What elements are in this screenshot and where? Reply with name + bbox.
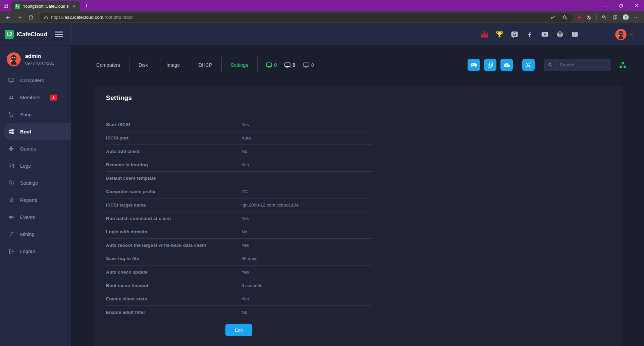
network-sitemap-button[interactable] (619, 61, 627, 69)
edit-button[interactable]: Edit (225, 324, 252, 336)
close-window-button[interactable]: × (629, 0, 644, 11)
tab-image[interactable]: Image (157, 57, 189, 72)
hamburger-menu-icon[interactable] (55, 32, 63, 37)
setting-label: Rename in booting (106, 162, 241, 167)
website-icon[interactable] (555, 30, 564, 39)
password-key-icon[interactable] (549, 13, 557, 22)
chevron-down-icon (629, 32, 634, 37)
sidebar-nav: ComputersMembers1ShopBootGamesLogsSettin… (0, 72, 71, 260)
setting-value: 3 seconds (241, 283, 262, 288)
browser-menu-icon[interactable] (632, 13, 641, 22)
tab-dhcp[interactable]: DHCP (189, 57, 221, 72)
sidebar-item-computers[interactable]: Computers (0, 72, 71, 89)
client-counter-gray[interactable]: 0 (303, 62, 314, 68)
collections-icon[interactable] (610, 13, 619, 22)
setting-value: No (241, 310, 247, 315)
add-favorite-star-icon[interactable] (560, 13, 569, 22)
sidebar-item-label: Members (20, 95, 40, 100)
sidebar-item-label: Reports (20, 197, 37, 203)
setting-label: iSCSI target name (106, 203, 241, 208)
browser-tab[interactable]: i2 Youngzsoft iCafeCloud admin × (11, 1, 80, 11)
setting-value: Yes (241, 216, 249, 221)
setting-value: Yes (241, 243, 249, 248)
setting-label: Enable client stats (106, 296, 241, 301)
tab-actions-icon[interactable] (0, 0, 11, 11)
sidebar-item-logs[interactable]: Logs (0, 157, 71, 174)
extensions-icon[interactable] (585, 13, 593, 22)
trophy-icon[interactable] (495, 30, 504, 39)
search-input[interactable] (556, 62, 610, 67)
setting-label: Auto add client (106, 149, 241, 154)
refresh-icon[interactable] (26, 13, 36, 22)
sidebar-item-label: Logout (20, 249, 35, 254)
setting-value: Yes (241, 296, 249, 301)
tab-settings[interactable]: Settings (222, 57, 258, 72)
favorites-hub-icon[interactable] (600, 13, 608, 22)
settings-row: Auto check updateYes (106, 265, 372, 279)
setting-value: 30 days (241, 256, 257, 261)
client-counter-white[interactable]: 8 (284, 62, 295, 68)
sidebar-item-members[interactable]: Members1 (0, 89, 71, 106)
window-controls: ─ × (598, 0, 644, 11)
setting-label: Run batch command at client (106, 216, 241, 221)
tab-disk[interactable]: Disk (129, 57, 157, 72)
app-logo[interactable]: i2 iCafeCloud (5, 30, 47, 39)
address-bar[interactable]: https://as2.icafecloud.com/root.php#boot (40, 13, 573, 22)
back-icon[interactable] (3, 13, 13, 22)
sidebar-item-games[interactable]: Games (0, 140, 71, 157)
settings-row: iSCSI target nameiqn.2008-12.com.ccboot.… (106, 198, 372, 212)
adblock-shield-icon[interactable]: UO (577, 14, 583, 20)
guide-icon[interactable] (571, 30, 579, 39)
app-shell: admin 097778704381 ComputersMembers1Shop… (0, 46, 644, 346)
events-icon (8, 214, 15, 220)
facebook-icon[interactable] (525, 30, 534, 39)
lock-icon (44, 15, 48, 20)
setting-value: Auto (241, 135, 251, 140)
user-avatar (615, 29, 627, 40)
sidebar-item-boot[interactable]: Boot (3, 123, 71, 140)
setting-value: iqn.2008-12.com.ccboot.104 (241, 203, 299, 208)
sidebar-item-logout[interactable]: Logout (0, 243, 71, 260)
gamepad-button[interactable] (468, 59, 480, 71)
sidebar-item-label: Mining (20, 232, 35, 237)
setting-label: iSCSI port (106, 135, 241, 140)
minimize-button[interactable]: ─ (598, 0, 613, 11)
settings-row: Enable client statsYes (106, 292, 372, 305)
app-header-icons: ★★★ (480, 29, 644, 40)
sidebar-item-settings[interactable]: Settings (0, 174, 71, 191)
header-user-menu[interactable] (615, 29, 634, 40)
settings-row: Auto reboot the largest write-back data … (106, 238, 372, 252)
sidebar-item-events[interactable]: Events (0, 209, 71, 226)
sidebar-item-label: Boot (20, 129, 31, 134)
forward-icon[interactable] (15, 13, 24, 22)
new-tab-button[interactable]: + (82, 1, 91, 11)
setting-label: Enable adult filter (106, 310, 241, 315)
client-counter-green[interactable]: 0 (266, 62, 277, 68)
youtube-icon[interactable] (540, 30, 549, 39)
sidebar-item-shop[interactable]: Shop (0, 106, 71, 123)
discord-icon[interactable] (510, 30, 519, 39)
tab-computers[interactable]: Computers (87, 57, 129, 72)
sidebar-item-label: Settings (20, 180, 38, 186)
sidebar-item-mining[interactable]: Mining (0, 226, 71, 243)
setting-value: No (241, 229, 247, 234)
copy-button[interactable] (484, 59, 496, 71)
rewards-icon[interactable]: ★★★ (480, 30, 489, 39)
sidebar-item-label: Games (20, 146, 36, 152)
sidebar-user-block: admin 097778704381 (0, 46, 71, 72)
settings-row: Save log to file30 days (106, 252, 372, 265)
settings-icon (8, 180, 15, 186)
setting-value: Yes (241, 270, 249, 275)
sidebar-item-reports[interactable]: Reports (0, 191, 71, 209)
app-header-left: i2 iCafeCloud (0, 23, 71, 45)
settings-panel: Settings Start iSCSIYesiSCSI portAutoAut… (93, 85, 622, 346)
setting-value: Yes (241, 162, 249, 167)
cloud-upload-button[interactable] (500, 59, 513, 71)
browser-profile-avatar[interactable] (621, 13, 630, 22)
capture-button[interactable] (522, 59, 535, 71)
settings-row: Computer name prefixPC (106, 185, 372, 198)
close-tab-icon[interactable]: × (71, 3, 77, 9)
restore-button[interactable] (613, 0, 629, 11)
svg-text:★: ★ (483, 31, 486, 34)
counter-value: 0 (311, 62, 314, 68)
